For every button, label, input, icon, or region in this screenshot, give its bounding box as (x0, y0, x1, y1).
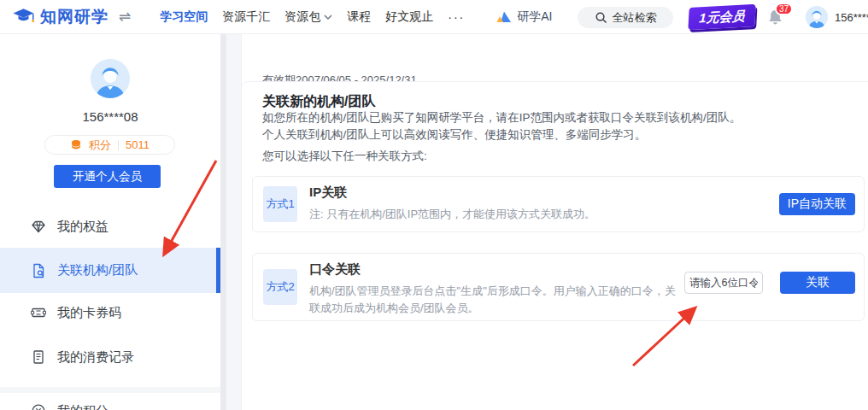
top-navbar: 知网研学 ⇌ 学习空间 资源千汇 资源包 课程 好文观止 ··· 研学AI (0, 0, 868, 34)
open-personal-membership-button[interactable]: 开通个人会员 (54, 165, 161, 188)
sidebar-item-linked-org[interactable]: 关联机构/团队 (0, 248, 220, 293)
ai-logo-icon (496, 11, 512, 23)
points-pill[interactable]: 积分 5011 (44, 135, 175, 155)
ip-auto-link-button[interactable]: IP自动关联 (779, 193, 855, 215)
method-1-note: 注: 只有在机构/团队IP范围内，才能使用该方式关联成功。 (309, 206, 595, 223)
nav-item-courses[interactable]: 课程 (347, 9, 371, 25)
logo-text: 知网研学 (40, 6, 108, 28)
research-ai-entry[interactable]: 研学AI (496, 9, 552, 25)
method-2-title: 口令关联 (309, 261, 681, 278)
global-search[interactable]: 全站检索 (578, 7, 673, 28)
ai-label: 研学AI (517, 9, 552, 25)
person-icon (91, 59, 130, 98)
method-1-badge: 方式1 (263, 186, 297, 222)
search-icon (595, 11, 607, 24)
chevron-down-icon (324, 15, 332, 20)
points-label: 积分 (89, 138, 111, 153)
password-code-input[interactable] (684, 272, 763, 294)
section-description: 个人关联到机构/团队上可以高效阅读写作、便捷知识管理、多端同步学习。 (262, 127, 646, 143)
nav-item-resource-pack[interactable]: 资源包 (284, 9, 332, 25)
sidebar-item-purchase-history[interactable]: 我的消费记录 (0, 334, 220, 380)
points-value: 5011 (126, 138, 150, 151)
choose-method-hint: 您可以选择以下任一种关联方式: (262, 149, 427, 164)
section-description: 如您所在的机构/团队已购买了知网研学平台，请在IP范围内或者获取口令关联到该机构… (262, 110, 741, 126)
receipt-icon (31, 349, 46, 365)
profile-avatar (91, 59, 130, 98)
section-title: 关联新的机构/团队 (262, 93, 375, 111)
sidebar-item-label: 我的权益 (57, 219, 108, 235)
switch-product-icon[interactable]: ⇌ (119, 8, 131, 26)
link-button[interactable]: 关联 (780, 272, 855, 294)
method-1-title: IP关联 (309, 184, 595, 201)
sidebar: 156****08 积分 5011 开通个人会员 我的权益 (0, 34, 220, 410)
sidebar-item-my-benefits[interactable]: 我的权益 (0, 203, 220, 249)
sidebar-item-label: 我的消费记录 (57, 349, 134, 366)
sidebar-item-my-cards[interactable]: 我的卡券码 (0, 290, 220, 336)
notification-count-badge: 37 (775, 3, 793, 15)
page: 知网研学 ⇌ 学习空间 资源千汇 资源包 课程 好文观止 ··· 研学AI (0, 0, 868, 410)
link-doc-icon (31, 263, 46, 278)
gem-icon (31, 219, 46, 234)
notifications-button[interactable]: 37 (767, 8, 786, 28)
coin-icon (31, 403, 46, 410)
profile-username: 156****08 (0, 109, 220, 124)
search-placeholder-text: 全站检索 (613, 10, 657, 26)
method-password-box: 方式2 口令关联 机构/团队管理员登录后台点击"生成"后形成口令。用户输入正确的… (252, 253, 865, 321)
app-logo[interactable]: 知网研学 (12, 6, 108, 28)
ticket-icon (31, 305, 46, 320)
main-content: 有效期2007/06/05 - 2025/12/31 关联新的机构/团队 如您所… (226, 34, 868, 410)
nav-item-learning-space[interactable]: 学习空间 (160, 9, 208, 25)
nav-item-resources[interactable]: 资源千汇 (222, 9, 270, 25)
graduation-cap-icon (12, 7, 35, 27)
method-2-note: 机构/团队管理员登录后台点击"生成"后形成口令。用户输入正确的口令，关联成功后成… (309, 283, 681, 317)
user-avatar[interactable] (806, 6, 828, 28)
nav-more-button[interactable]: ··· (448, 10, 465, 24)
method-2-badge: 方式2 (263, 269, 297, 305)
one-yuan-member-badge[interactable]: 1元会员 (688, 4, 755, 30)
sidebar-item-label: 关联机构/团队 (57, 262, 138, 278)
sidebar-gap (220, 34, 226, 410)
link-new-org-card: 关联新的机构/团队 如您所在的机构/团队已购买了知网研学平台，请在IP范围内或者… (241, 81, 868, 410)
method-ip-box: 方式1 IP关联 注: 只有在机构/团队IP范围内，才能使用该方式关联成功。 I… (252, 176, 865, 232)
sidebar-item-my-points[interactable]: 我的积分 (0, 388, 220, 410)
person-icon (806, 6, 828, 28)
divider (118, 140, 119, 150)
nav-item-articles[interactable]: 好文观止 (385, 9, 433, 25)
coin-icon (70, 139, 82, 150)
sidebar-item-label: 我的积分 (57, 403, 108, 410)
navbar-username[interactable]: 156****08 (835, 11, 868, 24)
sidebar-item-label: 我的卡券码 (57, 305, 121, 321)
primary-nav: 学习空间 资源千汇 资源包 课程 好文观止 ··· (160, 9, 479, 25)
